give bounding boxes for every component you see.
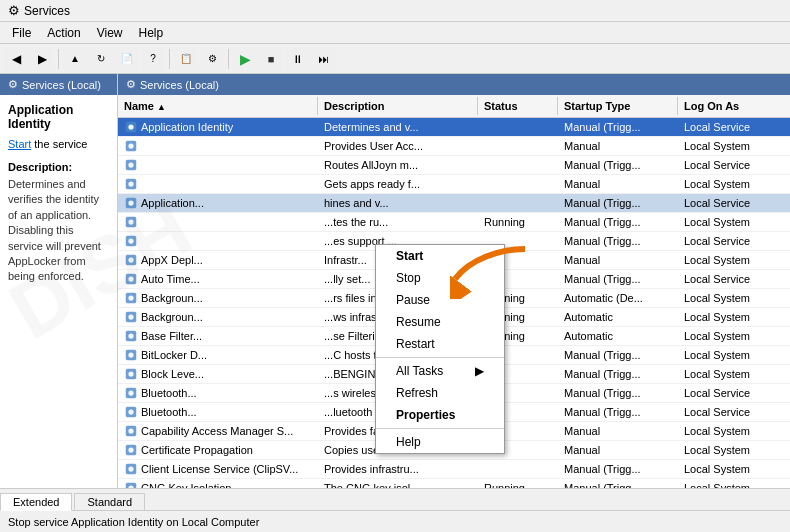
service-status-cell <box>478 460 558 478</box>
context-menu-item[interactable]: Restart <box>376 333 504 355</box>
service-desc-cell: hines and v... <box>318 194 478 212</box>
title-bar-icon: ⚙ <box>8 3 20 18</box>
menu-view[interactable]: View <box>89 24 131 42</box>
svg-point-17 <box>128 276 133 281</box>
table-row[interactable]: Application...hines and v...Manual (Trig… <box>118 194 790 213</box>
service-name-cell <box>118 156 318 174</box>
service-icon <box>124 424 138 438</box>
service-name-cell: Application Identity <box>118 118 318 136</box>
table-row[interactable]: CNG Key IsolationThe CNG key isol...Runn… <box>118 479 790 488</box>
table-row[interactable]: Application IdentityDetermines and v...M… <box>118 118 790 137</box>
service-icon <box>124 253 138 267</box>
service-status-cell <box>478 137 558 155</box>
service-logon-cell: Local System <box>678 460 778 478</box>
service-icon <box>124 177 138 191</box>
service-name-text: Bluetooth... <box>141 406 197 418</box>
service-name-cell: Certificate Propagation <box>118 441 318 459</box>
bottom-tabs: Extended Standard <box>0 488 790 510</box>
context-menu-item[interactable]: Resume <box>376 311 504 333</box>
service-status-cell <box>478 194 558 212</box>
service-logon-cell: Local System <box>678 175 778 193</box>
service-startup-cell: Manual (Trigg... <box>558 232 678 250</box>
col-logon[interactable]: Log On As <box>678 97 778 115</box>
table-row[interactable]: Gets apps ready f...ManualLocal System <box>118 175 790 194</box>
context-menu-separator <box>376 428 504 429</box>
col-name[interactable]: Name ▲ <box>118 97 318 115</box>
service-icon <box>124 386 138 400</box>
service-name-text: Backgroun... <box>141 292 203 304</box>
properties-btn[interactable]: 📋 <box>174 47 198 71</box>
context-menu-item[interactable]: All Tasks▶ <box>376 360 504 382</box>
service-icon <box>124 291 138 305</box>
up-button[interactable]: ▲ <box>63 47 87 71</box>
help-btn[interactable]: ? <box>141 47 165 71</box>
table-row[interactable]: Client License Service (ClipSV...Provide… <box>118 460 790 479</box>
service-logon-cell: Local Service <box>678 384 778 402</box>
service-icon <box>124 481 138 488</box>
svg-point-1 <box>128 124 133 129</box>
table-row[interactable]: Routes AllJoyn m...Manual (Trigg...Local… <box>118 156 790 175</box>
service-name-text: BitLocker D... <box>141 349 207 361</box>
start-link[interactable]: Start <box>8 138 31 150</box>
toolbar-options[interactable]: ⚙ <box>200 47 224 71</box>
service-name-cell: Bluetooth... <box>118 403 318 421</box>
service-icon <box>124 120 138 134</box>
context-menu-item[interactable]: Start <box>376 245 504 267</box>
service-icon <box>124 443 138 457</box>
service-name-text: Application... <box>141 197 204 209</box>
table-row[interactable]: ...tes the ru...RunningManual (Trigg...L… <box>118 213 790 232</box>
menu-file[interactable]: File <box>4 24 39 42</box>
export-button[interactable]: 📄 <box>115 47 139 71</box>
stop-btn[interactable]: ■ <box>259 47 283 71</box>
service-name-text: Base Filter... <box>141 330 202 342</box>
service-status-cell <box>478 156 558 174</box>
menu-bar: File Action View Help <box>0 22 790 44</box>
svg-point-5 <box>128 162 133 167</box>
service-logon-cell: Local System <box>678 346 778 364</box>
service-startup-cell: Automatic <box>558 327 678 345</box>
service-name-cell: AppX Depl... <box>118 251 318 269</box>
service-name-cell: CNG Key Isolation <box>118 479 318 488</box>
svg-point-35 <box>128 447 133 452</box>
menu-help[interactable]: Help <box>131 24 172 42</box>
description-label: Description: <box>8 161 109 173</box>
menu-action[interactable]: Action <box>39 24 88 42</box>
context-menu-item[interactable]: Properties <box>376 404 504 426</box>
service-desc-cell: ...tes the ru... <box>318 213 478 231</box>
context-menu-item[interactable]: Stop <box>376 267 504 289</box>
forward-button[interactable]: ▶ <box>30 47 54 71</box>
refresh-button[interactable]: ↻ <box>89 47 113 71</box>
service-icon <box>124 329 138 343</box>
svg-point-33 <box>128 428 133 433</box>
main-area: ⚙ Services (Local) Application Identity … <box>0 74 790 488</box>
pause-btn[interactable]: ⏸ <box>285 47 309 71</box>
service-logon-cell: Local System <box>678 137 778 155</box>
context-menu-item[interactable]: Pause <box>376 289 504 311</box>
svg-point-15 <box>128 257 133 262</box>
service-logon-cell: Local Service <box>678 270 778 288</box>
left-panel-header: ⚙ Services (Local) <box>0 74 117 95</box>
context-menu: StartStopPauseResumeRestartAll Tasks▶Ref… <box>375 244 505 454</box>
tab-extended[interactable]: Extended <box>0 493 72 511</box>
service-name-cell: Capability Access Manager S... <box>118 422 318 440</box>
service-desc-cell: Determines and v... <box>318 118 478 136</box>
service-name-cell <box>118 137 318 155</box>
service-startup-cell: Manual (Trigg... <box>558 270 678 288</box>
col-status[interactable]: Status <box>478 97 558 115</box>
back-button[interactable]: ◀ <box>4 47 28 71</box>
service-startup-cell: Manual <box>558 175 678 193</box>
service-startup-cell: Manual (Trigg... <box>558 403 678 421</box>
service-icon <box>124 367 138 381</box>
play-btn[interactable]: ▶ <box>233 47 257 71</box>
table-row[interactable]: Provides User Acc...ManualLocal System <box>118 137 790 156</box>
tab-standard[interactable]: Standard <box>74 493 145 510</box>
context-menu-item[interactable]: Help <box>376 431 504 453</box>
col-startup[interactable]: Startup Type <box>558 97 678 115</box>
restart-btn[interactable]: ⏭ <box>311 47 335 71</box>
service-name-cell: Bluetooth... <box>118 384 318 402</box>
service-logon-cell: Local System <box>678 308 778 326</box>
context-menu-item[interactable]: Refresh <box>376 382 504 404</box>
col-description[interactable]: Description <box>318 97 478 115</box>
service-icon <box>124 310 138 324</box>
service-name-cell <box>118 213 318 231</box>
